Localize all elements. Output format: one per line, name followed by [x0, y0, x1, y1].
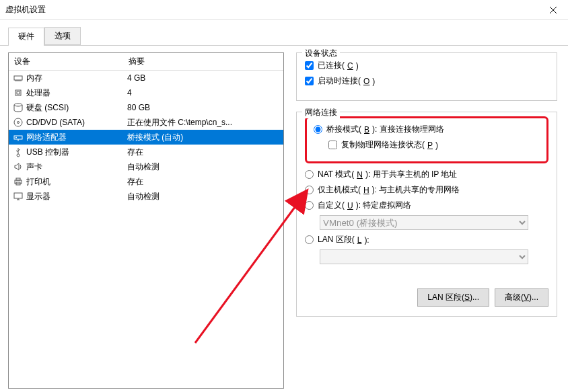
lan-segments-button[interactable]: LAN 区段(S)... [417, 288, 489, 307]
device-list-header: 设备 摘要 [9, 53, 283, 71]
device-summary: 自动检测 [123, 190, 283, 204]
svg-rect-8 [15, 90, 21, 95]
checkbox-replicate[interactable]: 复制物理网络连接状态(P) [328, 139, 540, 151]
disk-icon [13, 102, 24, 113]
device-row[interactable]: 内存4 GB [9, 71, 283, 85]
tab-bar: 硬件 选项 [0, 20, 568, 46]
radio-lan-input[interactable] [305, 235, 314, 244]
svg-point-10 [14, 104, 22, 106]
device-name: USB 控制器 [26, 147, 69, 158]
radio-nat-input[interactable] [305, 170, 314, 179]
device-row[interactable]: 打印机存在 [9, 174, 283, 189]
left-panel: 设备 摘要 内存4 GB处理器4硬盘 (SCSI)80 GBCD/DVD (SA… [8, 52, 284, 385]
svg-point-11 [14, 118, 22, 126]
radio-custom-input[interactable] [305, 201, 314, 210]
device-name: CD/DVD (SATA) [26, 118, 85, 127]
device-name: 声卡 [26, 161, 42, 173]
device-name: 硬盘 (SCSI) [26, 102, 69, 114]
svg-rect-23 [14, 193, 22, 198]
device-row[interactable]: 声卡自动检测 [9, 159, 283, 174]
device-row[interactable]: CD/DVD (SATA)正在使用文件 C:\temp\cn_s... [9, 115, 283, 130]
device-name: 显示器 [26, 191, 50, 202]
advanced-button[interactable]: 高级(V)... [495, 288, 548, 307]
network-icon [13, 132, 24, 143]
right-panel: 设备状态 已连接(C) 启动时连接(O) 网络连接 桥接模式(B): 直接连接物… [293, 52, 560, 385]
select-custom-vmnet: VMnet0 (桥接模式) [320, 215, 528, 230]
tab-hardware[interactable]: 硬件 [8, 28, 44, 46]
radio-lan[interactable]: LAN 区段(L): [305, 234, 548, 245]
tab-options[interactable]: 选项 [44, 27, 81, 45]
device-summary: 存在 [123, 145, 283, 159]
device-name: 内存 [26, 73, 42, 84]
cd-icon [13, 117, 24, 128]
content: 设备 摘要 内存4 GB处理器4硬盘 (SCSI)80 GBCD/DVD (SA… [0, 46, 568, 392]
radio-nat[interactable]: NAT 模式(N): 用于共享主机的 IP 地址 [305, 169, 548, 180]
display-icon [13, 191, 24, 202]
device-summary: 桥接模式 (自动) [123, 130, 283, 145]
printer-icon [13, 176, 24, 187]
device-name: 网络适配器 [26, 132, 67, 143]
svg-point-16 [17, 154, 20, 157]
header-summary: 摘要 [123, 53, 283, 70]
radio-hostonly[interactable]: 仅主机模式(H): 与主机共享的专用网络 [305, 184, 548, 196]
highlight-box: 桥接模式(B): 直接连接物理网络 复制物理网络连接状态(P) [305, 116, 548, 163]
radio-bridged-input[interactable] [314, 125, 322, 134]
checkbox-connected[interactable]: 已连接(C) [305, 60, 548, 71]
svg-rect-13 [14, 136, 22, 139]
group-title-network: 网络连接 [302, 107, 340, 118]
close-button[interactable] [538, 0, 568, 20]
svg-point-14 [15, 137, 17, 139]
device-summary: 存在 [123, 175, 283, 189]
sound-icon [13, 161, 24, 172]
device-summary: 4 GB [123, 72, 283, 84]
titlebar: 虚拟机设置 [0, 0, 568, 20]
device-row[interactable]: 硬盘 (SCSI)80 GB [9, 100, 283, 115]
memory-icon [13, 73, 24, 83]
window-title: 虚拟机设置 [5, 4, 46, 15]
group-title-status: 设备状态 [302, 48, 340, 59]
device-row[interactable]: USB 控制器存在 [9, 145, 283, 159]
device-row[interactable]: 网络适配器桥接模式 (自动) [9, 130, 283, 145]
header-device: 设备 [9, 53, 123, 70]
svg-rect-2 [14, 76, 22, 80]
svg-rect-9 [17, 91, 20, 94]
radio-hostonly-input[interactable] [305, 186, 314, 194]
radio-custom[interactable]: 自定义(U): 特定虚拟网络 [305, 200, 548, 211]
checkbox-connect-poweron[interactable]: 启动时连接(O) [305, 75, 548, 87]
checkbox-connected-input[interactable] [305, 61, 314, 70]
select-lan-segment [320, 249, 528, 264]
close-icon [550, 7, 557, 13]
device-name: 处理器 [26, 87, 50, 99]
device-summary: 自动检测 [123, 160, 283, 174]
group-network-connection: 网络连接 桥接模式(B): 直接连接物理网络 复制物理网络连接状态(P) NAT… [296, 112, 557, 317]
svg-point-12 [17, 122, 20, 124]
device-summary: 80 GB [123, 102, 283, 114]
device-name: 打印机 [26, 176, 50, 188]
device-row[interactable]: 处理器4 [9, 85, 283, 100]
svg-rect-21 [16, 178, 20, 180]
group-device-status: 设备状态 已连接(C) 启动时连接(O) [296, 52, 557, 101]
button-row: LAN 区段(S)... 高级(V)... [305, 288, 548, 307]
usb-icon [13, 147, 24, 157]
radio-bridged[interactable]: 桥接模式(B): 直接连接物理网络 [314, 124, 540, 135]
device-summary: 4 [123, 87, 283, 99]
cpu-icon [13, 87, 24, 98]
checkbox-connect-poweron-input[interactable] [305, 77, 314, 85]
device-row[interactable]: 显示器自动检测 [9, 189, 283, 204]
device-summary: 正在使用文件 C:\temp\cn_s... [123, 116, 283, 130]
checkbox-replicate-input[interactable] [328, 141, 337, 149]
device-list: 设备 摘要 内存4 GB处理器4硬盘 (SCSI)80 GBCD/DVD (SA… [8, 52, 284, 389]
